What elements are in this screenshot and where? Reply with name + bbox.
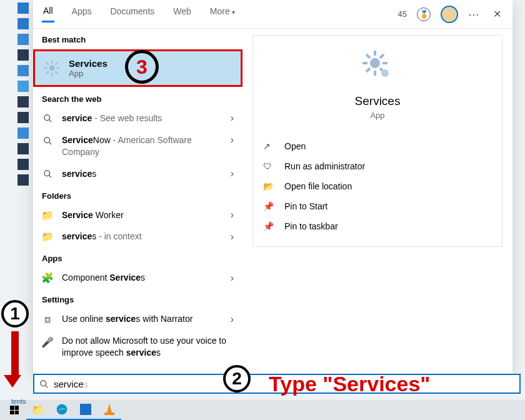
svg-line-10 [49,119,51,122]
svg-point-15 [370,58,380,68]
section-apps: Apps [33,248,242,267]
section-best-match: Best match [33,29,242,48]
tab-all[interactable]: All [42,6,54,22]
svg-line-26 [45,385,48,388]
web-result-servicenow[interactable]: ServiceNow - American Software Company › [33,129,242,163]
taskbar-vlc[interactable] [98,400,121,420]
pin-icon: 📌 [263,201,276,211]
detail-title: Services [261,94,494,108]
setting-voice-data[interactable]: 🎤 Do not allow Microsoft to use your voi… [33,330,242,364]
svg-point-0 [49,66,55,71]
chevron-right-icon: › [231,134,234,146]
annotation-step-3: 3 [125,50,159,84]
gear-icon [42,59,61,78]
best-match-subtitle: App [69,69,108,78]
chevron-right-icon: › [231,272,234,284]
pin-icon: 📌 [263,221,276,231]
component-icon: 🧩 [42,272,53,284]
svg-rect-28 [80,404,91,415]
search-tabs: All Apps Documents Web More 45 🏅 ⋯ ✕ [33,0,512,29]
close-button[interactable]: ✕ [491,6,504,22]
taskbar-edge[interactable] [50,400,74,420]
taskbar-app[interactable] [74,400,98,420]
section-settings: Settings [33,289,242,308]
svg-line-8 [55,62,57,64]
options-button[interactable]: ⋯ [468,8,481,21]
action-pin-taskbar[interactable]: 📌Pin to taskbar [261,216,494,236]
shield-icon: 🛡 [263,161,276,171]
tab-documents[interactable]: Documents [109,6,156,22]
microphone-icon: 🎤 [42,336,53,348]
start-search-panel: All Apps Documents Web More 45 🏅 ⋯ ✕ Bes… [33,0,512,375]
search-icon [42,168,53,179]
taskbar-file-explorer[interactable]: 📁 [26,400,50,420]
desktop-text-fragment: tents [11,398,26,405]
action-open-location[interactable]: 📂Open file location [261,176,494,196]
svg-line-22 [366,68,370,72]
section-web: Search the web [33,88,242,108]
search-icon [42,136,53,147]
web-result-services[interactable]: services › [33,163,242,185]
tab-apps[interactable]: Apps [71,6,93,22]
annotation-arrow [9,331,21,388]
svg-line-20 [366,54,370,58]
action-open[interactable]: ↗Open [261,136,494,156]
taskbar: 📁 [0,400,525,420]
action-pin-start[interactable]: 📌Pin to Start [261,196,494,216]
svg-point-9 [44,115,49,121]
svg-line-5 [46,62,48,64]
tab-more[interactable]: More [209,6,236,22]
detail-pane: Services App ↗Open 🛡Run as administrator… [242,29,512,375]
web-result-service[interactable]: service - See web results › [33,108,242,129]
folder-icon: 📁 [42,209,53,221]
avatar[interactable] [441,6,458,23]
narrator-icon: ⧈ [42,314,53,325]
annotation-type-services: Type "Services" [269,372,430,396]
chevron-right-icon: › [231,314,234,325]
chevron-right-icon: › [231,209,234,221]
section-folders: Folders [33,185,242,204]
tab-web[interactable]: Web [172,6,192,22]
svg-line-14 [49,175,51,178]
svg-rect-30 [104,412,114,415]
app-component-services[interactable]: 🧩 Component Services › [33,267,242,289]
svg-point-24 [381,69,389,77]
setting-narrator-online[interactable]: ⧈ Use online services with Narrator › [33,308,242,330]
chevron-right-icon: › [231,112,234,124]
folder-services[interactable]: 📁 services - in context › [33,226,242,248]
svg-line-6 [55,71,57,73]
action-run-admin[interactable]: 🛡Run as administrator [261,156,494,176]
annotation-step-2: 2 [223,365,251,392]
search-typed-text: service [54,379,84,389]
svg-line-12 [49,142,51,145]
folder-open-icon: 📂 [263,181,276,191]
svg-point-11 [44,138,49,143]
detail-category: App [261,111,494,120]
search-suggestion-ghost: s [84,379,89,389]
svg-point-25 [41,380,46,386]
svg-marker-29 [107,404,112,412]
folder-service-worker[interactable]: 📁 Service Worker › [33,204,242,226]
open-icon: ↗ [263,141,276,151]
chevron-right-icon: › [231,168,234,179]
search-icon [42,112,53,124]
svg-line-7 [46,71,48,73]
gear-icon [362,51,392,81]
search-icon [39,379,49,389]
chevron-right-icon: › [231,231,234,242]
svg-line-23 [380,54,384,58]
folder-icon: 📁 [42,231,53,242]
svg-point-13 [44,170,49,176]
rewards-points: 45 [398,9,407,19]
desktop-icon-column [18,2,30,190]
annotation-step-1: 1 [1,300,29,328]
best-match-title: Services [69,58,108,69]
rewards-icon[interactable]: 🏅 [417,8,431,21]
